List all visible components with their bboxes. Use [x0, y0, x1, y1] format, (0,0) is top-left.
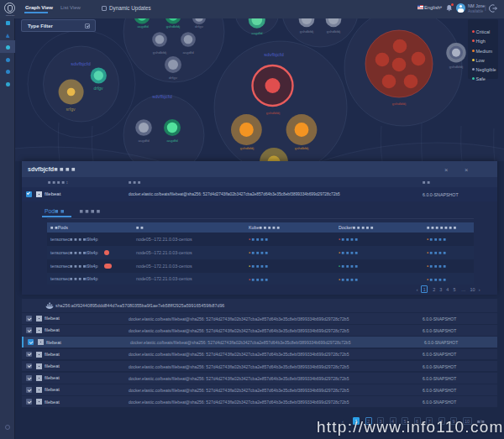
svg-text:http://www.info110.com: http://www.info110.com: [317, 418, 504, 436]
svg-text:sdvfbjcfd: sdvfbjcfd: [71, 61, 91, 66]
svg-text:asgdfd: asgdfd: [137, 24, 149, 29]
svg-text:asgdfd: asgdfd: [166, 138, 178, 143]
svg-text:sdvfbjcfd: sdvfbjcfd: [152, 94, 172, 99]
svg-text:drfgv: drfgv: [93, 86, 103, 91]
svg-text:gshdbfdj: gshdbfdj: [295, 146, 309, 150]
svg-text:sdvfbjcfd: sdvfbjcfd: [264, 52, 284, 57]
svg-text:drfgv: drfgv: [169, 76, 178, 80]
svg-text:gshdbfdj: gshdbfdj: [166, 24, 181, 29]
svg-text:asgdfd: asgdfd: [251, 31, 263, 35]
svg-text:drfgv: drfgv: [195, 24, 204, 29]
svg-text:gshdbfdj: gshdbfdj: [392, 102, 407, 106]
svg-text:gshdbfdj: gshdbfdj: [449, 65, 464, 69]
svg-text:gshdbfdj: gshdbfdj: [327, 29, 341, 34]
svg-text:srfgv: srfgv: [66, 107, 76, 112]
svg-text:asgdfd: asgdfd: [138, 138, 150, 143]
svg-text:gshdbfdj: gshdbfdj: [240, 146, 255, 150]
svg-text:gshdbfdj: gshdbfdj: [300, 29, 314, 34]
svg-text:asgdfd: asgdfd: [182, 50, 194, 55]
svg-text:gshdbfdj: gshdbfdj: [266, 111, 281, 115]
svg-text:gshdbfdj: gshdbfdj: [153, 50, 167, 55]
